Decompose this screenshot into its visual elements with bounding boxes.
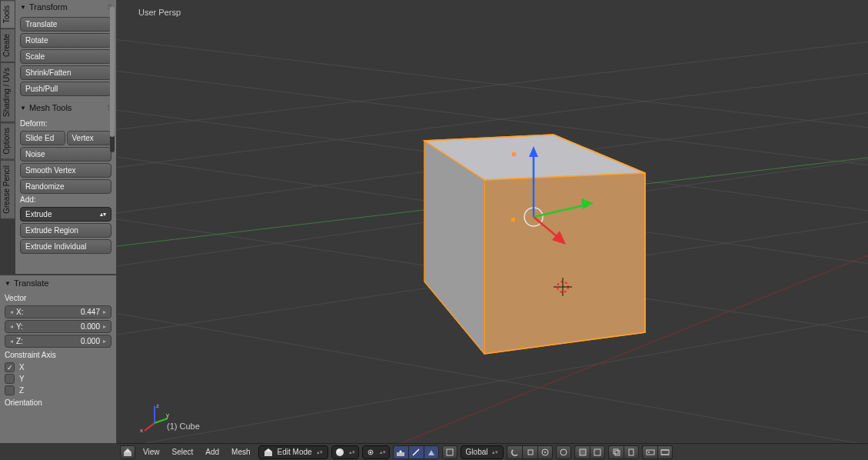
face-select-button[interactable] xyxy=(424,445,439,459)
mode-label: Edit Mode xyxy=(278,448,312,456)
vector-label: Vector xyxy=(5,294,111,302)
pivot-dropdown[interactable]: ▴▾ xyxy=(362,445,390,459)
select-mode-group xyxy=(393,445,439,459)
toolshelf-vertical-tabs: Tools Create Shading / UVs Options Greas… xyxy=(0,0,15,274)
layer-button-2[interactable] xyxy=(590,445,605,459)
mesh-menu[interactable]: Mesh xyxy=(227,448,254,456)
noise-button[interactable]: Noise xyxy=(20,147,111,162)
shading-dropdown[interactable]: ▴▾ xyxy=(331,445,359,459)
push-pull-button[interactable]: Push/Pull xyxy=(20,82,111,96)
field-value: 0.447 xyxy=(81,308,100,316)
vtab-grease-pencil[interactable]: Grease Pencil xyxy=(0,160,15,219)
constraint-y-row[interactable]: Y xyxy=(5,374,111,384)
randomize-button[interactable]: Randomize xyxy=(20,179,111,194)
svg-rect-54 xyxy=(580,449,586,455)
svg-line-33 xyxy=(145,423,155,431)
transform-panel-body: Translate Rotate Scale Shrink/Fatten Pus… xyxy=(15,14,116,101)
chevron-right-icon: ▸ xyxy=(103,308,106,315)
layer-button-1[interactable] xyxy=(574,445,590,459)
paste-button[interactable] xyxy=(624,445,639,459)
render-image-button[interactable] xyxy=(642,445,657,459)
add-menu[interactable]: Add xyxy=(201,448,224,456)
shrink-fatten-button[interactable]: Shrink/Fatten xyxy=(20,65,111,80)
snap-group xyxy=(507,445,553,459)
svg-rect-57 xyxy=(615,451,620,455)
svg-rect-61 xyxy=(661,450,669,455)
operator-title: Translate xyxy=(14,278,48,288)
svg-rect-49 xyxy=(447,449,453,455)
mode-dropdown[interactable]: Edit Mode ▴▾ xyxy=(258,445,328,459)
field-label: Z: xyxy=(16,337,23,345)
svg-point-52 xyxy=(544,452,546,453)
mini-axis-widget: z y x xyxy=(138,402,171,434)
constraint-x-row[interactable]: ✓ X xyxy=(5,362,111,372)
vector-y-field[interactable]: ◂ Y: 0.000 ▸ xyxy=(5,320,111,333)
render-group xyxy=(608,445,639,459)
snap-target-dropdown[interactable] xyxy=(537,445,553,459)
rotate-button[interactable]: Rotate xyxy=(20,33,111,48)
vtab-create[interactable]: Create xyxy=(0,28,15,62)
extrude-dropdown[interactable]: Extrude ▴▾ xyxy=(20,207,111,222)
scale-button[interactable]: Scale xyxy=(20,49,111,64)
extrude-individual-button[interactable]: Extrude Individual xyxy=(20,239,111,254)
vtab-options[interactable]: Options xyxy=(0,122,15,159)
transform-panel-header[interactable]: ▼ Transform ⠿ xyxy=(15,0,116,14)
transform-gizmo[interactable] xyxy=(117,0,868,443)
chevron-right-icon: ▸ xyxy=(103,338,106,345)
checkbox-unchecked-icon xyxy=(5,374,15,384)
vector-x-field[interactable]: ◂ X: 0.447 ▸ xyxy=(5,305,111,318)
panel-title: Transform xyxy=(29,2,68,12)
checkbox-label: X xyxy=(19,363,25,372)
render-anim-button[interactable] xyxy=(657,445,673,459)
snap-element-dropdown[interactable] xyxy=(522,445,537,459)
constraint-axis-label: Constraint Axis xyxy=(5,351,111,359)
orientation-dropdown[interactable]: Global ▴▾ xyxy=(461,445,504,459)
slide-edge-button[interactable]: Slide Ed xyxy=(20,131,65,145)
render-icons xyxy=(642,445,673,459)
chevron-left-icon: ◂ xyxy=(10,323,13,330)
svg-marker-40 xyxy=(264,448,272,452)
snap-toggle-button[interactable] xyxy=(507,445,522,459)
svg-text:y: y xyxy=(166,412,169,418)
orientation-label: Orientation xyxy=(5,398,111,407)
svg-marker-23 xyxy=(529,146,538,157)
mesh-tools-panel-header[interactable]: ▼ Mesh Tools ⠿ xyxy=(15,101,116,115)
orientation-label: Global xyxy=(466,448,488,456)
checkbox-label: Y xyxy=(19,375,25,383)
pivot-icon xyxy=(366,448,375,457)
vertex-button[interactable]: Vertex xyxy=(67,131,112,145)
chevron-updown-icon: ▴▾ xyxy=(100,211,106,218)
constraint-z-row[interactable]: Z xyxy=(5,385,111,395)
svg-line-47 xyxy=(413,449,419,455)
active-object-label: (1) Cube xyxy=(167,422,200,431)
viewport-perspective-label: User Persp xyxy=(138,8,181,17)
operator-panel-header[interactable]: ▼ Translate xyxy=(5,278,111,288)
toolshelf-scrollbar[interactable] xyxy=(110,6,115,152)
svg-point-41 xyxy=(336,448,344,456)
3d-viewport[interactable]: User Persp (1) Cube z y x xyxy=(117,0,868,443)
toolshelf: ▼ Transform ⠿ Translate Rotate Scale Shr… xyxy=(15,0,117,274)
limit-selection-button[interactable] xyxy=(442,445,457,459)
scrollbar-thumb[interactable] xyxy=(110,6,115,137)
svg-text:x: x xyxy=(140,427,143,434)
extrude-region-button[interactable]: Extrude Region xyxy=(20,223,111,238)
svg-marker-38 xyxy=(124,448,131,452)
chevron-left-icon: ◂ xyxy=(10,308,13,315)
view-menu[interactable]: View xyxy=(138,448,165,456)
select-menu[interactable]: Select xyxy=(168,448,198,456)
proportional-editing-button[interactable] xyxy=(556,445,571,459)
svg-line-32 xyxy=(155,418,168,423)
copy-button[interactable] xyxy=(608,445,624,459)
translate-button[interactable]: Translate xyxy=(20,17,111,32)
svg-rect-45 xyxy=(397,452,404,456)
vector-z-field[interactable]: ◂ Z: 0.000 ▸ xyxy=(5,335,111,348)
field-label: X: xyxy=(16,308,23,316)
edge-select-button[interactable] xyxy=(408,445,424,459)
vtab-shading-uvs[interactable]: Shading / UVs xyxy=(0,62,15,122)
vtab-tools[interactable]: Tools xyxy=(0,0,15,28)
smooth-vertex-button[interactable]: Smooth Vertex xyxy=(20,163,111,178)
svg-line-24 xyxy=(534,205,587,217)
vertex-select-button[interactable] xyxy=(393,445,408,459)
svg-rect-37 xyxy=(124,452,131,456)
editor-type-selector[interactable] xyxy=(120,445,135,459)
